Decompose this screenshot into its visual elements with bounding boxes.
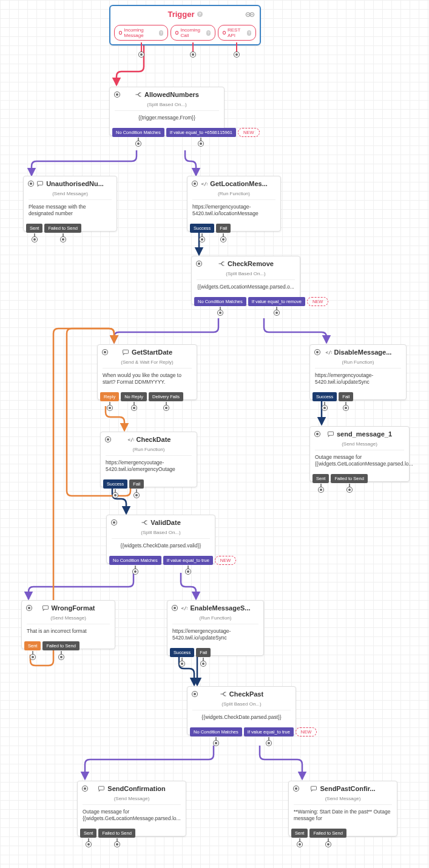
condition-failed[interactable]: Failed to Send [42,641,79,650]
condition-reply[interactable]: Reply [100,392,119,401]
node-title: GetLocationMes... [210,180,268,187]
input-port[interactable] [315,432,320,436]
node-header: </> EnableMessageS... [167,601,263,615]
node-header: UnauthorisedNu... [24,176,117,191]
condition-fail[interactable]: Fail [216,224,231,233]
conditions-row: Success Fail [187,224,280,233]
condition-success[interactable]: Success [312,392,337,401]
input-port[interactable] [192,181,197,186]
condition-new[interactable]: NEW [215,556,237,565]
valid-date-node[interactable]: ValidDate (Split Based On...) {{widgets.… [106,515,215,564]
condition-equal-to[interactable]: If value equal_to +6586115961 [166,128,236,137]
function-icon: </> [200,180,208,187]
condition-no-match[interactable]: No Condition Matches [194,297,246,306]
condition-sent[interactable]: Sent [312,474,329,483]
node-title: CheckRemove [228,260,274,267]
input-port[interactable] [29,181,33,186]
get-location-node[interactable]: </> GetLocationMes... (Run Function) htt… [187,176,281,232]
condition-new[interactable]: NEW [307,297,329,306]
function-icon: </> [180,604,187,612]
node-body: https://emergencyoutage-5420.twil.io/eme… [101,456,197,476]
condition-no-match[interactable]: No Condition Matches [109,556,161,565]
condition-new[interactable]: NEW [238,128,260,137]
pill-rest-api[interactable]: REST API? [218,25,256,41]
message-icon [310,785,317,792]
node-body: Outage message for {{widgets.GetLocation… [78,805,186,826]
condition-failed[interactable]: Failed to Send [331,474,367,483]
conditions-row: Reply No Reply Delivery Fails [98,392,197,401]
condition-sent[interactable]: Sent [26,224,42,233]
condition-no-match[interactable]: No Condition Matches [112,128,164,137]
node-title: ValidDate [150,519,181,526]
pill-label: Incoming Call [180,27,204,38]
input-port[interactable] [27,606,32,610]
conditions-row: Sent Failed to Send [310,474,409,483]
condition-equal-to[interactable]: If value equal_to true [163,556,213,565]
allowed-numbers-node[interactable]: AllowedNumbers (Split Based On...) {{tri… [109,87,225,136]
check-date-node[interactable]: </> CheckDate (Run Function) https://eme… [100,432,197,487]
condition-no-reply[interactable]: No Reply [121,392,147,401]
condition-success[interactable]: Success [190,224,214,233]
conditions-row: Sent Failed to Send [78,829,186,838]
svg-text:</>: </> [127,437,134,442]
condition-sent[interactable]: Sent [291,829,308,838]
input-port[interactable] [83,786,87,791]
condition-sent[interactable]: Sent [80,829,96,838]
disable-message-node[interactable]: </> DisableMessage... (Run Function) htt… [309,344,407,400]
condition-equal-to[interactable]: If value equal_to true [244,727,294,736]
send-past-confir-node[interactable]: SendPastConfir... (Send Message) **Warni… [288,781,397,836]
input-port[interactable] [115,92,120,97]
node-subtitle: (Send Message) [289,796,397,804]
input-port[interactable] [315,350,320,355]
message-icon [42,604,49,612]
svg-text:</>: </> [201,181,208,187]
get-start-date-node[interactable]: GetStartDate (Send & Wait For Reply) Whe… [97,344,197,400]
check-remove-node[interactable]: CheckRemove (Split Based On...) {{widget… [191,256,300,305]
gear-icon[interactable] [245,11,255,18]
help-icon[interactable]: ? [206,30,211,36]
condition-fail[interactable]: Fail [339,392,353,401]
pill-incoming-call[interactable]: Incoming Call? [171,25,215,41]
node-body: {{trigger.message.From}} [110,111,224,125]
input-port[interactable] [106,437,110,442]
condition-fail[interactable]: Fail [196,648,211,657]
help-icon[interactable]: ? [197,12,203,17]
condition-failed[interactable]: Failed to Send [44,224,81,233]
condition-sent[interactable]: Sent [24,641,41,650]
node-subtitle: (Split Based On...) [107,530,215,538]
send-confirmation-node[interactable]: SendConfirmation (Send Message) Outage m… [77,781,186,836]
pill-incoming-message[interactable]: Incoming Message? [114,25,168,41]
condition-no-match[interactable]: No Condition Matches [190,727,242,736]
trigger-node[interactable]: Trigger ? Incoming Message? Incoming Cal… [109,5,261,45]
conditions-row: Success Fail [310,392,406,401]
help-icon[interactable]: ? [247,30,251,36]
input-port[interactable] [197,261,201,266]
condition-delivery-fails[interactable]: Delivery Fails [149,392,183,401]
check-past-node[interactable]: CheckPast (Split Based On...) {{widgets.… [187,686,296,735]
node-header: GetStartDate [98,345,197,359]
condition-new[interactable]: NEW [296,727,317,736]
input-port[interactable] [103,350,107,355]
input-port[interactable] [112,520,117,525]
input-port[interactable] [172,606,177,610]
condition-failed[interactable]: Failed to Send [98,829,135,838]
node-header: </> DisableMessage... [310,345,406,359]
input-port[interactable] [192,692,197,696]
condition-success[interactable]: Success [103,479,127,489]
help-icon[interactable]: ? [159,30,163,36]
unauthorised-node[interactable]: UnauthorisedNu... (Send Message) Please … [23,176,117,232]
node-body: That is an incorrect format [22,624,115,638]
wrong-format-node[interactable]: WrongFormat (Send Message) That is an in… [21,600,115,649]
send-message-1-node[interactable]: send_message_1 (Send Message) Outage mes… [309,426,410,482]
input-port[interactable] [294,786,299,791]
node-title: AllowedNumbers [144,91,199,98]
message-icon [122,349,129,356]
trigger-title: Trigger ? [110,6,260,22]
condition-fail[interactable]: Fail [129,479,144,489]
condition-success[interactable]: Success [170,648,194,657]
condition-failed[interactable]: Failed to Send [309,829,346,838]
enable-message-node[interactable]: </> EnableMessageS... (Run Function) htt… [167,600,264,656]
node-title: WrongFormat [52,604,95,612]
split-icon [141,519,148,526]
condition-equal-to[interactable]: If value equal_to remove [248,297,305,306]
